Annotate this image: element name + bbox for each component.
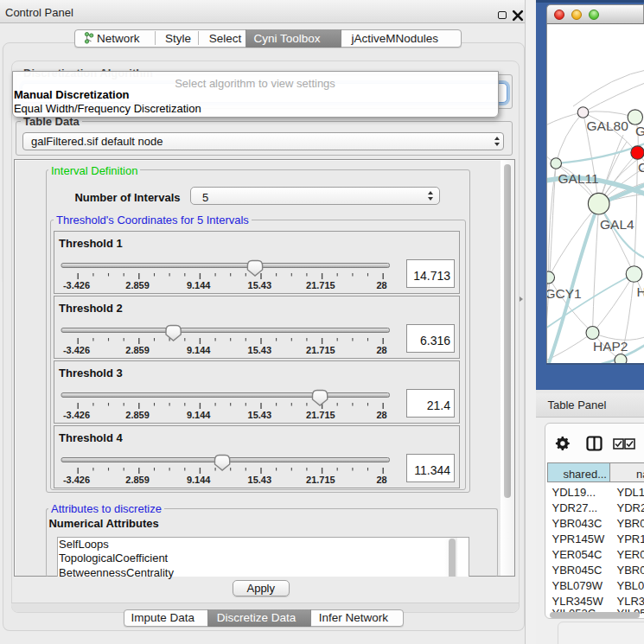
svg-text:GAL4: GAL4 xyxy=(600,217,634,232)
svg-text:HAP2: HAP2 xyxy=(593,339,628,354)
svg-text:GCY1: GCY1 xyxy=(547,286,582,301)
svg-text:H: H xyxy=(636,284,644,299)
svg-text:GA: GA xyxy=(635,124,644,138)
svg-text:GAL80: GAL80 xyxy=(586,118,628,133)
svg-text:C: C xyxy=(638,160,644,175)
svg-text:GAL11: GAL11 xyxy=(558,171,598,186)
